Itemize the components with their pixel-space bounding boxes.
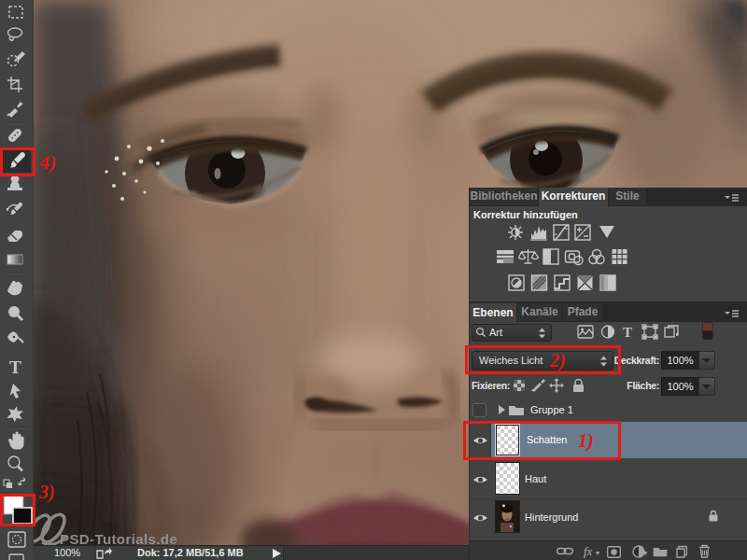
svg-text:T: T bbox=[9, 357, 21, 377]
svg-text:T: T bbox=[623, 325, 632, 340]
